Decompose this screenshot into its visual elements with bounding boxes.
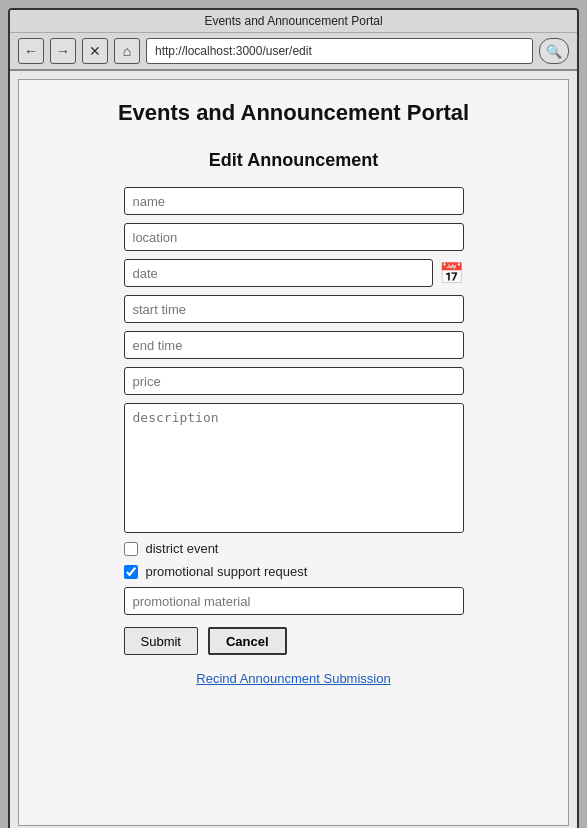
browser-window: Events and Announcement Portal ← → ✕ ⌂ 🔍… (8, 8, 579, 828)
promotional-support-row: promotional support request (124, 564, 464, 579)
back-button[interactable]: ← (18, 38, 44, 64)
promotional-support-label: promotional support request (146, 564, 308, 579)
address-bar[interactable] (146, 38, 533, 64)
start-time-input[interactable] (124, 295, 464, 323)
calendar-icon[interactable]: 📅 (439, 261, 464, 285)
district-event-label: district event (146, 541, 219, 556)
form-container: 📅 district event promotio (49, 187, 538, 686)
search-button[interactable]: 🔍 (539, 38, 569, 64)
price-input[interactable] (124, 367, 464, 395)
close-icon: ✕ (89, 43, 101, 59)
home-button[interactable]: ⌂ (114, 38, 140, 64)
browser-title: Events and Announcement Portal (204, 14, 382, 28)
submit-button[interactable]: Submit (124, 627, 198, 655)
district-event-row: district event (124, 541, 464, 556)
district-event-checkbox[interactable] (124, 542, 138, 556)
page-content: Events and Announcement Portal Edit Anno… (18, 79, 569, 826)
close-button[interactable]: ✕ (82, 38, 108, 64)
nav-bar: ← → ✕ ⌂ 🔍 (10, 33, 577, 71)
home-icon: ⌂ (123, 43, 131, 59)
description-textarea[interactable] (124, 403, 464, 533)
back-icon: ← (24, 43, 38, 59)
page-title: Events and Announcement Portal (49, 100, 538, 126)
forward-button[interactable]: → (50, 38, 76, 64)
date-row: 📅 (124, 259, 464, 287)
end-time-input[interactable] (124, 331, 464, 359)
cancel-button[interactable]: Cancel (208, 627, 287, 655)
form-inner: 📅 district event promotio (124, 187, 464, 686)
forward-icon: → (56, 43, 70, 59)
promotional-support-checkbox[interactable] (124, 565, 138, 579)
date-input[interactable] (124, 259, 433, 287)
name-input[interactable] (124, 187, 464, 215)
promotional-material-input[interactable] (124, 587, 464, 615)
recind-link[interactable]: Recind Announcment Submission (124, 671, 464, 686)
location-input[interactable] (124, 223, 464, 251)
title-bar: Events and Announcement Portal (10, 10, 577, 33)
button-row: Submit Cancel (124, 627, 464, 655)
search-icon: 🔍 (546, 44, 562, 59)
form-title: Edit Announcement (49, 150, 538, 171)
